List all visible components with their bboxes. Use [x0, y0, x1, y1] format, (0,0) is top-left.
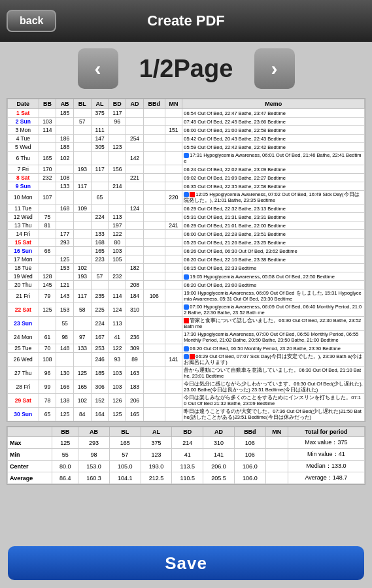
summary-row: Center80.0153.0105.0193.0113.5206.0106.0… — [8, 461, 365, 472]
cell-ad — [126, 126, 144, 135]
cell-al: 253 — [91, 344, 109, 353]
cell-bd: 124 — [109, 303, 126, 317]
cell-al: 306 — [91, 380, 109, 394]
cell-al: 223 — [91, 255, 109, 264]
cell-bd: 105 — [109, 255, 126, 264]
summary-table-container: BB AB BL AL BD AD BBd MN Total for perio… — [7, 426, 365, 485]
table-row: 24 Mon6198971674123617:30 Hypoglycemia A… — [8, 331, 365, 344]
cell-al: 133 — [91, 230, 109, 238]
sum-col-bbd: BBd — [234, 427, 265, 437]
cell-bbd — [143, 272, 165, 281]
summary-cell-al: 123 — [141, 449, 172, 461]
cell-bl: 57 — [73, 118, 91, 126]
summary-cell-bb: 125 — [52, 437, 78, 449]
cell-ab: 133 — [56, 182, 74, 191]
cell-mn — [165, 204, 182, 213]
cell-bbd — [143, 353, 165, 367]
cell-al — [91, 204, 109, 213]
cell-ab: 102 — [56, 152, 74, 165]
summary-cell-ab: 153.0 — [78, 461, 110, 472]
cell-ad — [126, 230, 144, 238]
cell-al: 167 — [91, 331, 109, 344]
cell-ab — [56, 353, 74, 367]
cell-mn — [165, 255, 182, 264]
cell-mn — [165, 317, 182, 331]
sum-col-bb: BB — [52, 427, 78, 437]
cell-bbd — [143, 221, 165, 230]
cell-ad: 310 — [126, 303, 144, 317]
cell-ab: 168 — [56, 204, 74, 213]
back-button[interactable]: back — [7, 10, 56, 32]
cell-memo: 19:05 Hypoglycemia Awareness, 05:58 Out … — [182, 272, 365, 281]
cell-date: 16 Sun — [8, 247, 39, 255]
cell-memo: 05:42 Out Of Bed, 20:43 Bathe, 22:43 Bed… — [182, 135, 365, 143]
cell-bbd — [143, 126, 165, 135]
col-date: Date — [8, 99, 39, 109]
cell-ad — [126, 272, 144, 281]
next-page-button[interactable]: › — [254, 48, 295, 89]
summary-cell-ad: 141 — [203, 449, 235, 461]
cell-ab — [56, 165, 74, 174]
cell-memo: 06:35 Out Of Bed, 22:35 Bathe, 22:58 Bed… — [182, 182, 365, 191]
cell-bb: 65 — [39, 408, 56, 421]
prev-page-button[interactable]: ‹ — [78, 48, 118, 89]
cell-bd — [109, 204, 126, 213]
summary-cell-mn — [265, 461, 288, 472]
header: back Create PDF — [0, 0, 372, 42]
cell-date: 2 Sun — [8, 118, 39, 126]
cell-bl — [73, 191, 91, 204]
cell-memo: 12:05 Hypoglycemia Awareness, 07:02 Out … — [182, 191, 365, 204]
cell-mn: 141 — [165, 353, 182, 367]
summary-cell-al: 212.5 — [141, 472, 172, 484]
cell-memo: 06:20 Out Of Bed, 23:00 Bedtime — [182, 281, 365, 289]
cell-ab: 153 — [56, 303, 74, 317]
summary-cell-ad: 310 — [203, 437, 235, 449]
cell-memo: 06:29 Out Of Bed, 07:07 Sick Day(今日は安定でし… — [182, 353, 365, 367]
cell-memo: 05:25 Out Of Bed, 21:26 Bathe, 23:25 Bed… — [182, 238, 365, 247]
cell-bl: 165 — [73, 380, 91, 394]
cell-al: 168 — [91, 238, 109, 247]
cell-bd — [109, 135, 126, 143]
cell-memo: 06:15 Out Of Bed, 22:33 Bedtime — [182, 264, 365, 272]
cell-ad — [126, 165, 144, 174]
cell-bd: 41 — [109, 331, 126, 344]
cell-mn — [165, 380, 182, 394]
cell-bd: 126 — [109, 394, 126, 408]
col-al: AL — [91, 99, 109, 109]
cell-al — [91, 221, 109, 230]
cell-date: 25 Tue — [8, 344, 39, 353]
cell-bl — [73, 221, 91, 230]
cell-ad: 208 — [126, 281, 144, 289]
cell-bl: 102 — [73, 264, 91, 272]
cell-bl: 84 — [73, 408, 91, 421]
cell-bb: 165 — [39, 152, 56, 165]
cell-date: 20 Thu — [8, 281, 39, 289]
cell-memo: 09:02 Out Of Bed, 21:09 Bathe, 22:27 Bed… — [182, 174, 365, 182]
cell-date: 1 Sat — [8, 109, 39, 118]
table-row: 6 Thu16510214217:31 Hypoglycemia Awarene… — [8, 152, 365, 165]
cell-ad — [126, 143, 144, 152]
cell-ab: 188 — [56, 143, 74, 152]
table-row: 30 Sun6512584164125165昨日は違うことするのが大変でした。0… — [8, 408, 365, 421]
summary-cell-total: Average：148.7 — [288, 472, 364, 484]
cell-bb — [39, 230, 56, 238]
cell-al: 57 — [91, 272, 109, 281]
save-button[interactable]: Save — [8, 546, 364, 580]
cell-memo: 07:00 Hypoglycemia Awareness, 06:09 Out … — [182, 303, 365, 317]
cell-bl — [73, 135, 91, 143]
cell-bbd — [143, 394, 165, 408]
cell-memo: 06:00 Out Of Bed, 22:28 Bathe, 23:51 Bed… — [182, 230, 365, 238]
summary-cell-label: Center — [8, 461, 52, 472]
cell-memo: 06:54 Out Of Bed, 22:47 Bathe, 23:47 Bed… — [182, 109, 365, 118]
table-row: 11 Tue16810912406:29 Out Of Bed, 22:32 B… — [8, 204, 365, 213]
cell-memo: 06:00 Out Of Bed, 21:00 Bathe, 22:58 Bed… — [182, 126, 365, 135]
cell-bb — [39, 317, 56, 331]
cell-bb — [39, 238, 56, 247]
table-row: 21 Fri7914311723511418410619:00 Hypoglyc… — [8, 289, 365, 303]
cell-bd: 232 — [109, 272, 126, 281]
cell-date: 12 Wed — [8, 213, 39, 221]
cell-ab: 148 — [56, 344, 74, 353]
summary-cell-mn — [265, 437, 288, 449]
cell-al: 152 — [91, 394, 109, 408]
cell-memo: 05:31 Out Of Bed, 21:31 Bathe, 23:31 Bed… — [182, 213, 365, 221]
